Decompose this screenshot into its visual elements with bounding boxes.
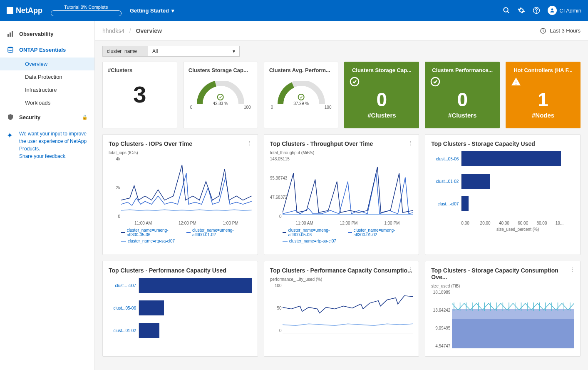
- y-axis-label: size_used (TiB): [431, 284, 574, 288]
- warning-icon: [511, 77, 575, 87]
- clock-icon: [540, 28, 546, 34]
- card-title: #Clusters: [108, 67, 172, 73]
- bars-icon: [7, 30, 14, 38]
- chart-storage-consumption: Top Clusters - Storage Capacity Consumpt…: [425, 261, 581, 357]
- chart-title: Top Clusters - Throughput Over Time: [270, 140, 413, 147]
- tutorial-bar: [51, 10, 122, 16]
- svg-rect-12: [452, 319, 574, 348]
- help-icon[interactable]: [533, 7, 540, 14]
- feedback-link[interactable]: Share your feedback.: [19, 152, 88, 160]
- time-range-label: Last 3 Hours: [550, 28, 581, 34]
- card-title: Hot Controllers (HA F...: [511, 67, 575, 73]
- sidebar-item-observability[interactable]: Observability: [0, 26, 94, 42]
- sidebar-sub-data-protection[interactable]: Data Protection: [0, 70, 94, 83]
- time-range-picker[interactable]: Last 3 Hours: [532, 21, 581, 40]
- chart-legend: cluster_name=umeng-aff300-05-06 cluster_…: [121, 228, 252, 243]
- chart-title: Top Clusters - Performance Capacity Used: [109, 267, 252, 274]
- card-hot-controllers[interactable]: Hot Controllers (HA F... 1 #Nodes: [506, 62, 581, 128]
- chart-storage-used: Top Clusters - Storage Capacity Used clu…: [425, 134, 581, 255]
- search-icon[interactable]: [503, 7, 510, 14]
- sidebar-item-label: ONTAP Essentials: [19, 47, 66, 53]
- check-circle-icon: [430, 77, 494, 87]
- svg-line-1: [508, 11, 509, 13]
- breadcrumb-root[interactable]: hhndks4: [102, 28, 124, 34]
- sparkle-icon: ✦: [7, 130, 13, 141]
- sidebar-item-label: Security: [19, 114, 40, 120]
- gear-icon[interactable]: [518, 7, 525, 14]
- card-label: #Clusters: [350, 112, 414, 119]
- kebab-menu-icon[interactable]: ⋮: [247, 140, 253, 146]
- hbar-chart: clust...-cl07 clust...05-06 clust...01-0…: [139, 278, 252, 338]
- kebab-menu-icon[interactable]: ⋮: [569, 266, 575, 273]
- chart-plot: 4k2k0: [121, 157, 252, 219]
- disks-icon: [7, 46, 14, 53]
- sidebar-item-security[interactable]: Security 🔒: [0, 109, 94, 125]
- tutorial-progress[interactable]: Tutorial 0% Complete: [51, 5, 122, 16]
- chart-legend: cluster_name=umeng-aff300-05-06 cluster_…: [283, 228, 413, 243]
- check-icon: ✓: [298, 94, 305, 100]
- sidebar-item-ontap-essentials[interactable]: ONTAP Essentials: [0, 42, 94, 58]
- sidebar-sub-infrastructure[interactable]: Infrastructure: [0, 83, 94, 96]
- hbar-chart: clust...05-06 clust...01-02 clust...-cl0…: [461, 151, 574, 232]
- y-axis-label: total_throughput (MiB/s): [270, 150, 413, 155]
- svg-rect-6: [10, 32, 11, 37]
- svg-point-3: [536, 12, 537, 12]
- breadcrumb: hhndks4 / Overview: [102, 28, 162, 34]
- breadcrumb-sep: /: [129, 28, 131, 34]
- sidebar-item-label: Observability: [19, 31, 53, 37]
- header-actions: CI Admin: [503, 6, 581, 15]
- page-title: Overview: [136, 28, 162, 34]
- card-storage-cap-gauge[interactable]: Clusters Storage Cap... ✓42.83 % 0100: [183, 62, 258, 128]
- app-header: NetApp Tutorial 0% Complete Getting Star…: [0, 0, 588, 21]
- chart-plot: 100500: [283, 283, 413, 333]
- logo-icon: [7, 7, 13, 14]
- chart-plot: 143.0511595.3674347.683720: [283, 157, 413, 219]
- svg-rect-5: [7, 34, 9, 37]
- chart-iops: Top Clusters - IOPs Over Time ⋮ total_io…: [102, 134, 258, 255]
- gauge: ✓37.29 %: [276, 81, 326, 106]
- kebab-menu-icon[interactable]: ⋮: [408, 140, 414, 146]
- kebab-menu-icon[interactable]: ⋮: [408, 266, 414, 273]
- y-axis-label: performance_...ity_used (%): [270, 277, 413, 282]
- avatar-icon: [548, 6, 557, 15]
- getting-started-label: Getting Started: [130, 8, 169, 14]
- charts-row-1: Top Clusters - IOPs Over Time ⋮ total_io…: [95, 134, 588, 261]
- card-title: Clusters Storage Cap...: [189, 67, 253, 73]
- filter-select[interactable]: All ▾: [148, 46, 240, 57]
- feedback-text-1: We want your input to improve the user e…: [19, 130, 88, 152]
- chart-title: Top Clusters - Storage Capacity Used: [431, 140, 574, 147]
- user-name: CI Admin: [559, 8, 581, 14]
- user-menu[interactable]: CI Admin: [548, 6, 581, 15]
- card-value: 3: [108, 81, 172, 108]
- card-title: Clusters Avg. Perform...: [269, 67, 333, 73]
- svg-point-8: [8, 47, 13, 48]
- chart-throughput: Top Clusters - Throughput Over Time ⋮ to…: [264, 134, 419, 255]
- check-icon: ✓: [217, 94, 224, 100]
- card-title: Clusters Storage Cap...: [350, 67, 414, 73]
- summary-cards: #Clusters 3 Clusters Storage Cap... ✓42.…: [95, 62, 588, 134]
- chart-plot: 18.1898913.642429.094954.54747: [452, 290, 574, 348]
- card-value: 1: [511, 88, 575, 111]
- chart-perf-cap-consumption: Top Clusters - Performance Capacity Cons…: [264, 261, 419, 357]
- card-avg-perf-gauge[interactable]: Clusters Avg. Perform... ✓37.29 % 0100: [264, 62, 339, 128]
- y-axis-label: total_iops (IO/s): [109, 150, 252, 155]
- card-perf-status[interactable]: Clusters Performance... 0 #Clusters: [425, 62, 500, 128]
- chart-title: Top Clusters - IOPs Over Time: [109, 140, 252, 147]
- logo-text: NetApp: [16, 6, 42, 15]
- sidebar: Observability ONTAP Essentials Overview …: [0, 21, 95, 370]
- card-storage-cap-status[interactable]: Clusters Storage Cap... 0 #Clusters: [344, 62, 419, 128]
- filter-row: cluster_name All ▾: [95, 41, 588, 62]
- card-label: #Nodes: [511, 112, 575, 119]
- sidebar-sub-workloads[interactable]: Workloads: [0, 96, 94, 109]
- sidebar-sub-overview[interactable]: Overview: [0, 58, 94, 70]
- feedback-panel[interactable]: ✦ We want your input to improve the user…: [0, 125, 94, 165]
- chart-title: Top Clusters - Storage Capacity Consumpt…: [431, 267, 574, 280]
- shield-icon: [7, 113, 14, 121]
- card-clusters-count[interactable]: #Clusters 3: [102, 62, 177, 128]
- getting-started-dropdown[interactable]: Getting Started ▾: [130, 8, 174, 14]
- chevron-down-icon: ▾: [171, 8, 174, 14]
- card-value: 0: [430, 88, 494, 111]
- logo[interactable]: NetApp: [7, 6, 42, 15]
- chevron-down-icon: ▾: [233, 48, 235, 54]
- charts-row-2: Top Clusters - Performance Capacity Used…: [95, 261, 588, 362]
